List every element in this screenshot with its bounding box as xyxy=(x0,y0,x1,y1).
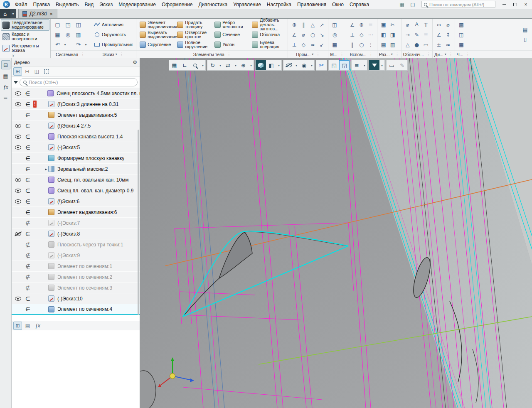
tool-icon[interactable]: ∥ xyxy=(299,20,308,29)
document-tab[interactable]: Д2.m3d × xyxy=(18,9,57,18)
tree-item[interactable]: ∈ Смещ плоскость 4.5мм хвостик пл. к xyxy=(12,88,140,99)
simple-hole-button[interactable]: Отверстие простое xyxy=(175,29,211,39)
full-round-button[interactable]: Полное скругление xyxy=(175,39,211,49)
tab-close-icon[interactable]: × xyxy=(49,11,53,17)
section-label-lines[interactable]: Прям...▾⋮ xyxy=(288,50,328,58)
tree-item[interactable]: ∈ Смещ. пл. овальная кан. 10мм xyxy=(12,175,140,185)
filter-icon[interactable] xyxy=(369,60,379,70)
hide-objects-dropdown-icon[interactable]: ▾ xyxy=(294,60,299,70)
command-search-input[interactable] xyxy=(429,2,493,7)
save-as-icon[interactable]: ▥ xyxy=(73,30,84,39)
tree-item[interactable]: ∉ Элемент по сечениям:1 xyxy=(12,261,140,272)
filter-dropdown-icon[interactable]: ▾ xyxy=(379,60,384,70)
orientation-center-icon[interactable]: ⊕ xyxy=(238,60,249,70)
tool-icon[interactable]: ↔ xyxy=(434,20,443,29)
section-include-icon[interactable]: ∈ xyxy=(23,101,32,108)
section-excluded-icon[interactable]: ∉ xyxy=(23,263,32,270)
section-label-dimensions[interactable]: Ди...▾⋮ xyxy=(433,50,455,58)
menu-applications[interactable]: Приложения xyxy=(294,1,329,8)
tree-item[interactable]: ∈ ▸ Зеркальный массив:2 xyxy=(12,164,140,175)
maximize-button[interactable] xyxy=(510,0,520,9)
section-include-icon[interactable]: ∈ xyxy=(23,166,32,172)
tool-icon[interactable]: ⊥ xyxy=(348,30,357,39)
section-include-icon[interactable]: ∈ xyxy=(23,198,32,205)
mode-solid-modeling[interactable]: Твердотельное моделирование xyxy=(1,19,49,31)
tree-marquee-button[interactable] xyxy=(42,67,51,76)
tree-item[interactable]: ∈ (!)Эскиз:4 27.5 xyxy=(12,120,140,131)
tree-item[interactable]: ∈ ! (!)Эскиз:3 длиннее на 0.31 xyxy=(12,99,140,110)
eye-icon[interactable] xyxy=(13,123,23,128)
undo-icon[interactable]: ↶ xyxy=(52,40,63,49)
autoline-button[interactable]: Автолиния xyxy=(92,20,134,29)
ribbon-collapse-icon[interactable]: ▯ xyxy=(520,34,530,44)
orientation-flip-dropdown-icon[interactable]: ▾ xyxy=(233,60,238,70)
tool-icon[interactable]: ◎ xyxy=(330,30,339,39)
section-label-ch[interactable]: Ч...⋮ xyxy=(455,50,472,58)
tool-icon[interactable]: ◇ xyxy=(299,40,308,49)
tool-icon[interactable]: ↕ xyxy=(443,30,453,39)
preview-icon[interactable]: ◎ xyxy=(63,30,73,39)
close-button[interactable]: × xyxy=(520,0,531,9)
rib-button[interactable]: Ребро жесткости xyxy=(213,20,249,29)
cut-extrude-button[interactable]: Вырезать выдавливанием xyxy=(138,29,174,39)
section-include-icon[interactable]: ∈ xyxy=(23,187,32,194)
tool-icon[interactable]: ⌀ xyxy=(299,30,308,39)
tree-sequence-view-button[interactable]: ⊟ xyxy=(23,67,32,76)
menu-settings[interactable]: Настройка xyxy=(264,1,294,8)
section-label-system[interactable]: Системная⋮ xyxy=(51,50,90,58)
tree-item[interactable]: ∈ Формируем плоскую канавку xyxy=(12,153,140,164)
tab-tree-icon[interactable]: ⊞ xyxy=(13,322,22,330)
panel-parameters-button[interactable]: ▦ xyxy=(1,71,10,81)
tree-item[interactable]: ∉ (-)Эскиз:7 xyxy=(12,218,140,229)
orientation-center-dropdown-icon[interactable]: ▾ xyxy=(249,60,254,70)
tool-icon[interactable]: ✎ xyxy=(412,30,421,39)
eye-icon[interactable] xyxy=(13,188,23,193)
tree-search-input[interactable] xyxy=(29,80,134,85)
viewport-canvas[interactable] xyxy=(140,58,532,408)
menu-view[interactable]: Вид xyxy=(81,1,96,8)
tree-item[interactable]: ∈ Элемент выдавливания:6 xyxy=(12,207,140,218)
eye-icon[interactable] xyxy=(13,199,23,204)
section-excluded-icon[interactable]: ∉ xyxy=(23,274,32,280)
menu-window[interactable]: Окно xyxy=(329,1,347,8)
screen-icon[interactable]: ▢ xyxy=(407,0,418,9)
tool-icon[interactable]: ≡ xyxy=(366,20,375,29)
tree-item[interactable]: ∉ Плоскость через три точки:1 xyxy=(12,239,140,250)
text-tool-icon[interactable]: T xyxy=(421,20,431,29)
section-include-icon[interactable]: ∈ xyxy=(23,306,32,312)
minimize-button[interactable] xyxy=(499,0,510,9)
interface-layout-icon[interactable]: ▦ xyxy=(397,0,407,9)
section-include-icon[interactable]: ∈ xyxy=(23,177,32,183)
tool-icon[interactable]: ○ xyxy=(308,30,317,39)
section-excluded-icon[interactable]: ∉ xyxy=(23,220,32,226)
menu-diagnostics[interactable]: Диагностика xyxy=(196,1,231,8)
tool-icon[interactable]: ⋯ xyxy=(366,30,375,39)
tool-icon[interactable]: ● xyxy=(412,40,421,49)
tool-icon[interactable]: ⋮ xyxy=(366,40,375,49)
extrude-button[interactable]: Элемент выдавливания xyxy=(138,20,174,29)
mode-sketch-tools[interactable]: Инструменты эскиза xyxy=(1,42,49,54)
section-excluded-icon[interactable]: ∉ xyxy=(23,285,32,291)
layers-icon[interactable]: ≡ xyxy=(352,60,362,70)
eye-hidden-icon[interactable] xyxy=(13,231,23,236)
tool-icon[interactable]: ▩ xyxy=(457,20,466,29)
zoom-icon[interactable] xyxy=(190,60,200,70)
tool-icon[interactable]: ▦ xyxy=(457,40,466,49)
rectangle-button[interactable]: Прямоугольник xyxy=(92,39,134,49)
tool-icon[interactable]: ◇ xyxy=(357,30,366,39)
tab-variables-icon[interactable]: ƒx xyxy=(33,322,42,330)
tool-icon[interactable]: ▤ xyxy=(379,40,388,49)
tool-icon[interactable]: ○ xyxy=(357,40,366,49)
menu-file[interactable]: Файл xyxy=(12,1,30,8)
window-active-icon[interactable]: ◲ xyxy=(339,60,350,70)
circle-button[interactable]: Окружность xyxy=(92,29,134,39)
tree-search-box[interactable] xyxy=(20,78,138,86)
menu-modeling[interactable]: Моделирование xyxy=(116,1,159,8)
collapse-chevron-icon[interactable]: « xyxy=(12,54,15,57)
tool-icon[interactable]: △ xyxy=(403,40,412,49)
eye-icon[interactable] xyxy=(13,91,23,96)
menu-help[interactable]: Справка xyxy=(347,1,372,8)
tree-item[interactable]: ∈ Смещ пл. овал. кан. диаметр-0.9 xyxy=(12,185,140,196)
insert-part-button[interactable]: Добавить деталь-заготов... xyxy=(250,20,286,29)
section-include-icon[interactable]: ∈ xyxy=(23,144,32,151)
